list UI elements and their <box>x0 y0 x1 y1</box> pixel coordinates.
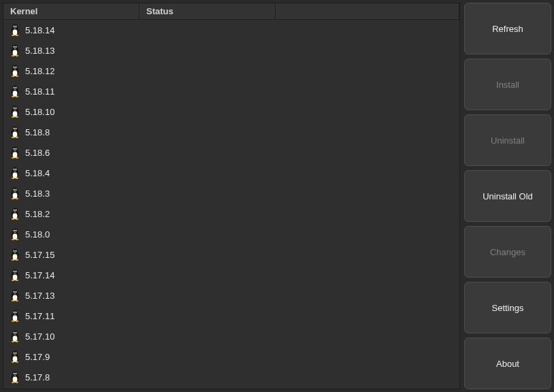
kernel-row[interactable]: 5.18.14 <box>3 20 459 40</box>
svg-point-75 <box>14 169 14 170</box>
button-label: Refresh <box>492 24 523 34</box>
kernel-row[interactable]: 5.17.13 <box>3 285 459 306</box>
svg-point-95 <box>14 210 14 211</box>
svg-point-105 <box>14 231 14 231</box>
kernel-row[interactable]: 5.17.14 <box>3 265 459 285</box>
svg-point-155 <box>14 333 14 333</box>
kernel-version: 5.18.4 <box>25 168 50 178</box>
kernel-row[interactable]: 5.18.0 <box>3 224 459 244</box>
svg-point-5 <box>14 27 14 27</box>
svg-point-96 <box>16 210 16 211</box>
svg-point-111 <box>13 254 18 260</box>
tux-icon <box>9 228 21 240</box>
svg-point-81 <box>13 193 18 199</box>
tux-icon <box>9 310 21 322</box>
install-button: Install <box>464 59 551 110</box>
button-label: Changes <box>490 247 525 257</box>
kernel-row[interactable]: 5.17.8 <box>3 367 459 387</box>
svg-point-156 <box>16 333 16 333</box>
kernel-row[interactable]: 5.17.9 <box>3 346 459 367</box>
tux-icon <box>9 105 21 118</box>
button-label: Settings <box>492 303 524 313</box>
kernel-row[interactable]: 5.17.10 <box>3 326 459 346</box>
table-header-row: Kernel Status <box>3 3 459 20</box>
svg-point-48 <box>12 116 15 118</box>
kernel-version: 5.17.14 <box>25 270 54 280</box>
kernel-row[interactable]: 5.18.4 <box>3 163 459 183</box>
svg-point-176 <box>16 374 16 374</box>
kernel-version: 5.17.15 <box>25 250 54 260</box>
kernel-row[interactable]: 5.18.12 <box>3 61 459 81</box>
svg-point-38 <box>12 96 15 97</box>
kernel-row[interactable]: 5.18.10 <box>3 101 459 122</box>
svg-point-161 <box>13 356 18 362</box>
svg-point-28 <box>12 76 15 77</box>
svg-point-149 <box>16 321 19 322</box>
tux-icon <box>9 350 21 363</box>
svg-point-101 <box>13 233 18 240</box>
tux-icon <box>9 208 21 220</box>
svg-point-8 <box>12 35 15 36</box>
kernel-row[interactable]: 5.18.3 <box>3 183 459 203</box>
button-label: About <box>496 359 519 369</box>
svg-point-25 <box>14 67 14 68</box>
column-header-status[interactable]: Status <box>140 3 276 19</box>
svg-point-171 <box>13 376 18 382</box>
svg-point-141 <box>13 315 18 321</box>
svg-point-89 <box>16 198 19 199</box>
svg-point-76 <box>16 169 16 170</box>
kernel-version: 5.18.12 <box>25 66 54 76</box>
button-label: Install <box>496 80 519 90</box>
uninstall-button: Uninstall <box>464 114 551 166</box>
svg-point-115 <box>14 251 14 252</box>
kernel-version: 5.18.2 <box>25 209 50 219</box>
settings-button[interactable]: Settings <box>464 282 551 333</box>
kernel-row[interactable]: 5.18.8 <box>3 122 459 142</box>
kernel-list[interactable]: 5.18.14 5.18.13 5.18.12 5.18.11 5.18.10 … <box>3 20 459 389</box>
kernel-row[interactable]: 5.18.13 <box>3 40 459 61</box>
changes-button: Changes <box>464 226 551 278</box>
svg-point-148 <box>12 321 15 322</box>
kernel-version: 5.18.10 <box>25 107 54 117</box>
svg-point-129 <box>16 280 19 281</box>
svg-point-166 <box>16 353 16 354</box>
kernel-row[interactable]: 5.17.11 <box>3 306 459 326</box>
svg-point-128 <box>12 280 15 281</box>
about-button[interactable]: About <box>464 338 551 389</box>
kernel-version: 5.17.11 <box>25 311 54 321</box>
svg-point-58 <box>12 137 15 138</box>
tux-icon <box>9 24 21 36</box>
column-header-kernel[interactable]: Kernel <box>3 3 140 19</box>
refresh-button[interactable]: Refresh <box>464 3 551 54</box>
svg-point-1 <box>13 29 18 35</box>
svg-point-91 <box>13 213 18 219</box>
svg-point-39 <box>16 96 19 97</box>
kernel-row[interactable]: 5.17.15 <box>3 244 459 265</box>
svg-point-118 <box>12 259 15 261</box>
svg-point-26 <box>16 67 16 68</box>
kernel-row[interactable]: 5.17.7 <box>3 387 459 389</box>
svg-point-126 <box>16 272 16 272</box>
kernel-row[interactable]: 5.18.6 <box>3 142 459 163</box>
kernel-row[interactable]: 5.18.11 <box>3 81 459 101</box>
svg-point-45 <box>14 108 14 109</box>
action-sidebar: Refresh Install Uninstall Uninstall Old … <box>464 3 551 389</box>
svg-point-59 <box>16 137 19 138</box>
kernel-version: 5.17.8 <box>25 372 50 382</box>
svg-point-98 <box>12 218 15 220</box>
svg-point-51 <box>13 131 18 137</box>
svg-point-41 <box>13 111 18 117</box>
svg-point-71 <box>13 172 18 178</box>
svg-point-125 <box>14 272 14 272</box>
button-label: Uninstall Old <box>483 191 533 201</box>
tux-icon <box>9 248 21 261</box>
svg-point-21 <box>13 70 18 76</box>
uninstall-old-button[interactable]: Uninstall Old <box>464 170 551 222</box>
tux-icon <box>9 85 21 97</box>
svg-point-168 <box>12 361 15 363</box>
svg-point-46 <box>16 108 16 109</box>
button-label: Uninstall <box>491 135 525 146</box>
kernel-row[interactable]: 5.18.2 <box>3 203 459 224</box>
tux-icon <box>9 146 21 159</box>
svg-point-16 <box>16 47 16 48</box>
